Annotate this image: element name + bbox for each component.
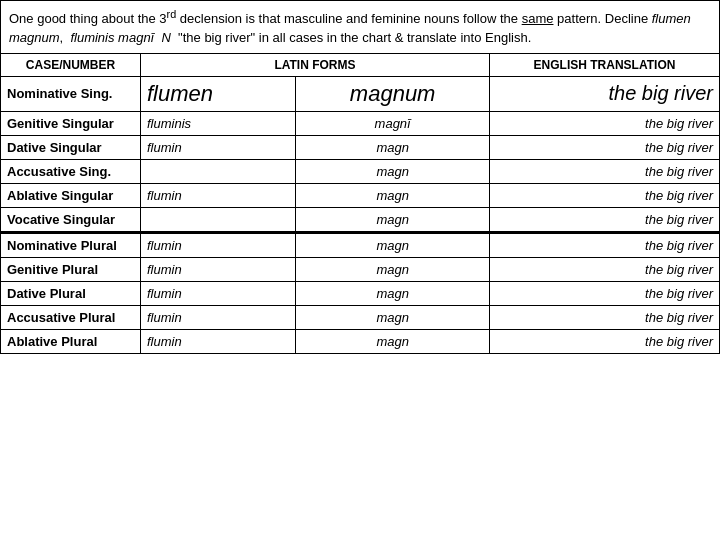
latin-form-1: flumin [141,257,296,281]
latin-form-1: flumin [141,135,296,159]
latin-form-2: magnī [296,111,490,135]
latin-form-2: magn [296,135,490,159]
english-translation: the big river [490,183,720,207]
latin-form-1: flumin [141,329,296,353]
header-latin: LATIN FORMS [141,53,490,76]
header-case: CASE/NUMBER [1,53,141,76]
latin-form-2: magn [296,207,490,232]
latin-form-1: flumin [141,232,296,257]
case-label: Nominative Sing. [1,76,141,111]
latin-form-1: flumin [141,183,296,207]
latin-form-2: magn [296,257,490,281]
latin-form-2: magn [296,305,490,329]
case-label: Dative Plural [1,281,141,305]
latin-form-2: magn [296,232,490,257]
english-translation: the big river [490,232,720,257]
latin-form-1 [141,159,296,183]
english-translation: the big river [490,207,720,232]
latin-form-1 [141,207,296,232]
case-label: Genitive Singular [1,111,141,135]
latin-form-1: flumen [141,76,296,111]
case-label: Dative Singular [1,135,141,159]
case-label: Accusative Plural [1,305,141,329]
case-label: Accusative Sing. [1,159,141,183]
latin-form-2: magn [296,281,490,305]
case-label: Vocative Singular [1,207,141,232]
declension-table: CASE/NUMBER LATIN FORMS ENGLISH TRANSLAT… [0,53,720,354]
latin-form-2: magn [296,183,490,207]
case-label: Ablative Plural [1,329,141,353]
latin-form-1: fluminis [141,111,296,135]
header-english: ENGLISH TRANSLATION [490,53,720,76]
case-label: Ablative Singular [1,183,141,207]
english-translation: the big river [490,76,720,111]
english-translation: the big river [490,135,720,159]
latin-form-2: magn [296,329,490,353]
english-translation: the big river [490,257,720,281]
english-translation: the big river [490,329,720,353]
case-label: Nominative Plural [1,232,141,257]
english-translation: the big river [490,159,720,183]
latin-form-1: flumin [141,305,296,329]
english-translation: the big river [490,281,720,305]
latin-form-2: magnum [296,76,490,111]
english-translation: the big river [490,111,720,135]
english-translation: the big river [490,305,720,329]
latin-form-1: flumin [141,281,296,305]
intro-text: One good thing about the 3rd declension … [0,0,720,53]
latin-form-2: magn [296,159,490,183]
case-label: Genitive Plural [1,257,141,281]
